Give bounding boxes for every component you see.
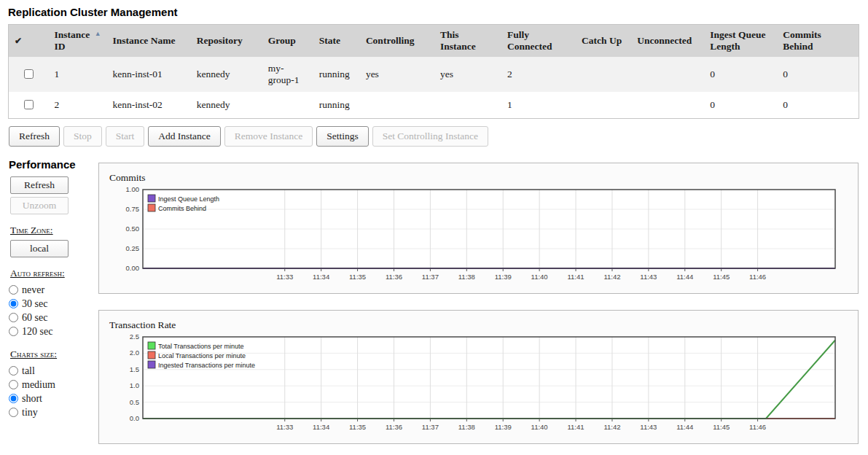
legend-label: Ingested Transactions per minute: [158, 362, 255, 369]
radio-label: tall: [22, 364, 35, 378]
transaction-rate-chart[interactable]: 0.00.51.01.52.02.511:3311:3411:3511:3611…: [108, 333, 849, 438]
column-header-label: Fully Connected: [507, 29, 552, 52]
row-select-checkbox[interactable]: [24, 69, 34, 79]
col-state[interactable]: State: [313, 25, 360, 58]
col-fully-connected[interactable]: Fully Connected: [501, 25, 576, 58]
radio-120sec[interactable]: [9, 327, 18, 336]
column-header-label: Ingest Queue Length: [710, 29, 765, 52]
unzoom-button[interactable]: Unzoom: [10, 197, 69, 214]
x-tick-label: 11:40: [531, 273, 548, 281]
col-repository[interactable]: Repository: [191, 25, 262, 58]
table-cell: 0: [777, 57, 859, 92]
radio-60sec[interactable]: [9, 313, 18, 322]
x-tick-label: 11:36: [386, 273, 402, 281]
cluster-table: ✔ Instance ID▲ Instance Name Repository …: [8, 24, 859, 119]
add-instance-button[interactable]: Add Instance: [148, 126, 221, 147]
table-cell: [576, 92, 631, 119]
col-instance-id[interactable]: Instance ID▲: [49, 25, 107, 58]
x-tick-label: 11:34: [313, 273, 329, 281]
x-tick-label: 11:43: [640, 273, 657, 281]
start-button[interactable]: Start: [106, 126, 145, 147]
radio-medium[interactable]: [9, 380, 18, 389]
radio-short[interactable]: [9, 394, 18, 403]
chart-plot[interactable]: 0.000.250.500.751.0011:3311:3411:3511:36…: [108, 186, 844, 284]
radio-label: medium: [22, 378, 55, 392]
col-commits-behind[interactable]: Commits Behind: [777, 25, 859, 58]
x-tick-label: 11:37: [422, 423, 439, 431]
charts-size-option-tiny[interactable]: tiny: [9, 405, 98, 419]
timezone-button[interactable]: local: [10, 240, 69, 257]
legend-label: Total Transactions per minute: [158, 343, 244, 350]
radio-30sec[interactable]: [9, 299, 18, 308]
table-cell: running: [313, 57, 360, 92]
legend-swatch: [148, 351, 155, 359]
radio-never[interactable]: [9, 285, 18, 295]
charts-size-label: Charts size:: [10, 349, 98, 360]
auto-refresh-option-30sec[interactable]: 30 sec: [9, 297, 98, 311]
radio-label: 120 sec: [22, 324, 52, 338]
radio-tiny[interactable]: [9, 408, 18, 417]
y-tick-label: 2.0: [130, 349, 139, 357]
x-tick-label: 11:35: [349, 273, 366, 281]
y-tick-label: 0.5: [130, 398, 139, 406]
column-header-label: State: [319, 35, 340, 46]
auto-refresh-option-never[interactable]: never: [9, 283, 98, 297]
legend-swatch: [148, 195, 155, 202]
x-tick-label: 11:45: [713, 273, 730, 281]
x-tick-label: 11:39: [495, 273, 512, 281]
table-row[interactable]: 1 kenn-inst-01 kennedy my-group-1 runnin…: [9, 57, 859, 92]
transaction-rate-chart-panel: Transaction Rate 0.00.51.01.52.02.511:33…: [98, 310, 859, 444]
chart-plot[interactable]: 0.00.51.01.52.02.511:3311:3411:3511:3611…: [108, 333, 844, 435]
row-select-checkbox[interactable]: [24, 100, 34, 109]
table-cell: kenn-inst-01: [107, 57, 191, 92]
table-row[interactable]: 2 kenn-inst-02 kennedy running 1 0 0: [9, 92, 859, 119]
col-group[interactable]: Group: [262, 25, 313, 58]
y-tick-label: 0.50: [126, 225, 140, 233]
perf-refresh-button[interactable]: Refresh: [10, 176, 69, 194]
set-controlling-instance-button[interactable]: Set Controlling Instance: [372, 126, 488, 147]
table-cell: my-group-1: [262, 57, 313, 92]
col-instance-name[interactable]: Instance Name: [107, 25, 191, 58]
auto-refresh-label: Auto refresh:: [10, 268, 98, 279]
radio-tall[interactable]: [9, 366, 18, 376]
charts-size-option-medium[interactable]: medium: [9, 378, 98, 392]
x-tick-label: 11:44: [676, 423, 693, 431]
sort-asc-icon[interactable]: ▲: [95, 30, 101, 37]
column-header-label: Catch Up: [582, 35, 622, 46]
col-this-instance[interactable]: This Instance: [434, 25, 501, 58]
radio-label: tiny: [22, 405, 38, 419]
x-tick-label: 11:42: [603, 273, 620, 281]
column-header-label: Instance Name: [113, 35, 176, 46]
y-tick-label: 0.25: [126, 244, 140, 252]
refresh-button[interactable]: Refresh: [9, 126, 60, 147]
chart-title: Commits: [109, 172, 849, 184]
legend-label: Commits Behind: [158, 205, 206, 212]
stop-button[interactable]: Stop: [63, 126, 102, 147]
table-cell: 0: [777, 92, 859, 119]
col-controlling[interactable]: Controlling: [360, 25, 434, 58]
cluster-toolbar: Refresh Stop Start Add Instance Remove I…: [9, 126, 860, 147]
x-tick-label: 11:37: [422, 273, 439, 281]
auto-refresh-option-120sec[interactable]: 120 sec: [9, 324, 98, 338]
column-header-label: Controlling: [366, 35, 415, 46]
charts-size-option-tall[interactable]: tall: [9, 364, 98, 378]
column-header-label: Repository: [197, 35, 243, 46]
legend-swatch: [148, 342, 155, 349]
auto-refresh-option-60sec[interactable]: 60 sec: [9, 311, 98, 324]
x-tick-label: 11:35: [349, 423, 366, 431]
settings-button[interactable]: Settings: [316, 126, 369, 147]
col-catch-up[interactable]: Catch Up: [576, 25, 631, 58]
remove-instance-button[interactable]: Remove Instance: [224, 126, 313, 147]
table-cell: kennedy: [191, 92, 262, 119]
performance-sidebar: Performance Refresh Unzoom Time Zone: lo…: [8, 158, 98, 419]
table-cell: [434, 92, 501, 119]
column-header-label: Instance ID: [55, 29, 90, 52]
performance-title: Performance: [9, 158, 98, 171]
col-unconnected[interactable]: Unconnected: [631, 25, 704, 58]
commits-chart[interactable]: 0.000.250.500.751.0011:3311:3411:3511:36…: [108, 186, 849, 287]
legend-swatch: [148, 361, 155, 368]
col-ingest-queue-length[interactable]: Ingest Queue Length: [704, 25, 777, 58]
charts-size-option-short[interactable]: short: [9, 392, 98, 405]
table-cell: 1: [49, 57, 107, 92]
column-header-label: Commits Behind: [783, 29, 821, 52]
